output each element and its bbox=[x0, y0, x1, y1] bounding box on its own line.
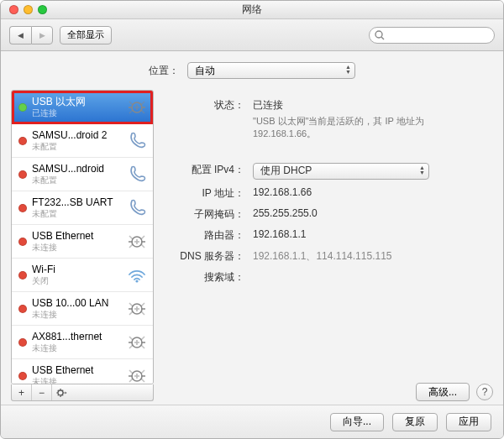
updown-icon: ▲▼ bbox=[419, 165, 425, 175]
search-field[interactable] bbox=[369, 27, 495, 44]
location-value: 自动 bbox=[195, 64, 215, 78]
titlebar: 网络 bbox=[1, 1, 503, 19]
detail-pane: 状态： 已连接 "USB 以太网"当前是活跃的，其 IP 地址为 192.168… bbox=[169, 90, 493, 401]
toolbar: ◀ ▶ 全部显示 bbox=[1, 19, 503, 51]
status-dot-icon bbox=[18, 103, 27, 112]
advanced-label: 高级... bbox=[428, 385, 457, 400]
interface-name: SAMSU...droid 2 bbox=[32, 130, 121, 142]
sidebar-item[interactable]: USB 以太网已连接 bbox=[12, 91, 153, 124]
interface-name: USB 以太网 bbox=[32, 97, 121, 108]
sidebar-item[interactable]: SAMSU...droid 2未配置 bbox=[12, 124, 153, 158]
interface-status: 未连接 bbox=[32, 243, 121, 253]
search-domain-label: 搜索域： bbox=[169, 270, 253, 285]
interface-name: USB 10...00 LAN bbox=[32, 298, 121, 310]
ethernet-icon bbox=[126, 332, 148, 353]
status-dot-icon bbox=[18, 372, 27, 380]
status-value: 已连接 bbox=[253, 98, 493, 112]
ethernet-icon bbox=[126, 298, 148, 320]
ethernet-icon bbox=[126, 97, 148, 118]
interface-name: USB Ethernet bbox=[32, 365, 121, 377]
ethernet-icon bbox=[126, 365, 148, 385]
updown-icon: ▲▼ bbox=[345, 65, 351, 75]
interface-name: USB Ethernet bbox=[32, 231, 121, 243]
forward-button[interactable]: ▶ bbox=[31, 26, 53, 44]
show-all-button[interactable]: 全部显示 bbox=[60, 26, 112, 44]
sidebar-item[interactable]: USB 10...00 LAN未连接 bbox=[12, 292, 153, 326]
interface-name: AX881...thernet bbox=[32, 332, 121, 343]
wifi-icon bbox=[126, 264, 148, 286]
revert-button[interactable]: 复原 bbox=[392, 413, 438, 431]
phone-icon bbox=[126, 164, 148, 186]
svg-line-1 bbox=[381, 37, 384, 39]
interface-list[interactable]: USB 以太网已连接SAMSU...droid 2未配置SAMSU...ndro… bbox=[11, 90, 154, 384]
window-title: 网络 bbox=[1, 3, 503, 17]
interface-status: 未配置 bbox=[32, 175, 121, 186]
svg-point-0 bbox=[375, 31, 382, 38]
status-dot-icon bbox=[18, 271, 27, 280]
sidebar-item[interactable]: USB Ethernet未连接 bbox=[12, 359, 153, 384]
location-label: 位置： bbox=[149, 64, 179, 78]
remove-interface-button[interactable]: − bbox=[32, 384, 52, 400]
help-icon: ? bbox=[482, 386, 488, 398]
status-dot-icon bbox=[18, 338, 27, 347]
interface-status: 未连接 bbox=[32, 310, 121, 320]
show-all-label: 全部显示 bbox=[67, 29, 104, 41]
back-button[interactable]: ◀ bbox=[9, 26, 31, 44]
sidebar-item[interactable]: SAMSU...ndroid未配置 bbox=[12, 158, 153, 191]
phone-icon bbox=[126, 130, 148, 152]
ethernet-icon bbox=[126, 231, 148, 253]
sidebar-item[interactable]: USB Ethernet未连接 bbox=[12, 225, 153, 259]
help-button[interactable]: ? bbox=[476, 384, 493, 400]
status-dot-icon bbox=[18, 170, 27, 179]
interface-name: FT232...SB UART bbox=[32, 197, 121, 209]
interface-status: 未配置 bbox=[32, 209, 121, 219]
apply-label: 应用 bbox=[459, 415, 479, 429]
interface-status: 未配置 bbox=[32, 142, 121, 152]
svg-line-10 bbox=[62, 389, 63, 390]
interface-status: 关闭 bbox=[32, 276, 121, 286]
add-interface-button[interactable]: + bbox=[12, 384, 32, 400]
dns-value: 192.168.1.1、114.114.115.115 bbox=[253, 249, 493, 264]
status-dot-icon bbox=[18, 305, 27, 313]
svg-line-7 bbox=[58, 389, 59, 390]
ip-address-value: 192.168.1.66 bbox=[253, 186, 493, 198]
assist-button[interactable]: 向导... bbox=[330, 413, 384, 431]
sidebar-item[interactable]: FT232...SB UART未配置 bbox=[12, 191, 153, 225]
revert-label: 复原 bbox=[405, 415, 425, 429]
status-hint: "USB 以太网"当前是活跃的，其 IP 地址为 192.168.1.66。 bbox=[253, 115, 446, 141]
apply-button[interactable]: 应用 bbox=[446, 413, 491, 431]
status-dot-icon bbox=[18, 137, 27, 145]
status-dot-icon bbox=[18, 238, 27, 246]
interface-status: 已连接 bbox=[32, 108, 121, 118]
search-icon bbox=[374, 29, 386, 41]
ipv4-config-label: 配置 IPv4： bbox=[169, 163, 253, 177]
subnet-mask-value: 255.255.255.0 bbox=[253, 207, 493, 219]
svg-point-2 bbox=[58, 390, 63, 395]
dns-label: DNS 服务器： bbox=[169, 249, 253, 264]
location-row: 位置： 自动 ▲▼ bbox=[11, 58, 493, 83]
interface-status: 未连接 bbox=[32, 377, 121, 384]
router-label: 路由器： bbox=[169, 228, 253, 243]
sidebar-item[interactable]: Wi-Fi关闭 bbox=[12, 259, 153, 292]
status-label: 状态： bbox=[169, 98, 253, 112]
assist-label: 向导... bbox=[343, 415, 371, 429]
svg-line-9 bbox=[58, 395, 59, 395]
ipv4-config-value: 使用 DHCP bbox=[260, 164, 312, 178]
ipv4-config-select[interactable]: 使用 DHCP ▲▼ bbox=[253, 163, 429, 180]
sidebar-item[interactable]: AX881...thernet未连接 bbox=[12, 326, 153, 359]
interface-status: 未连接 bbox=[32, 343, 121, 353]
router-value: 192.168.1.1 bbox=[253, 228, 493, 240]
status-dot-icon bbox=[18, 204, 27, 212]
footer: 向导... 复原 应用 bbox=[1, 405, 503, 438]
advanced-button[interactable]: 高级... bbox=[416, 383, 470, 401]
search-input[interactable] bbox=[369, 27, 495, 44]
interface-name: Wi-Fi bbox=[32, 264, 121, 276]
svg-line-8 bbox=[62, 395, 63, 395]
location-select[interactable]: 自动 ▲▼ bbox=[187, 62, 355, 79]
interface-name: SAMSU...ndroid bbox=[32, 164, 121, 175]
list-tools: + − bbox=[11, 384, 154, 401]
ip-address-label: IP 地址： bbox=[169, 186, 253, 201]
phone-icon bbox=[126, 197, 148, 219]
subnet-mask-label: 子网掩码： bbox=[169, 207, 253, 222]
action-menu-button[interactable] bbox=[52, 384, 72, 400]
